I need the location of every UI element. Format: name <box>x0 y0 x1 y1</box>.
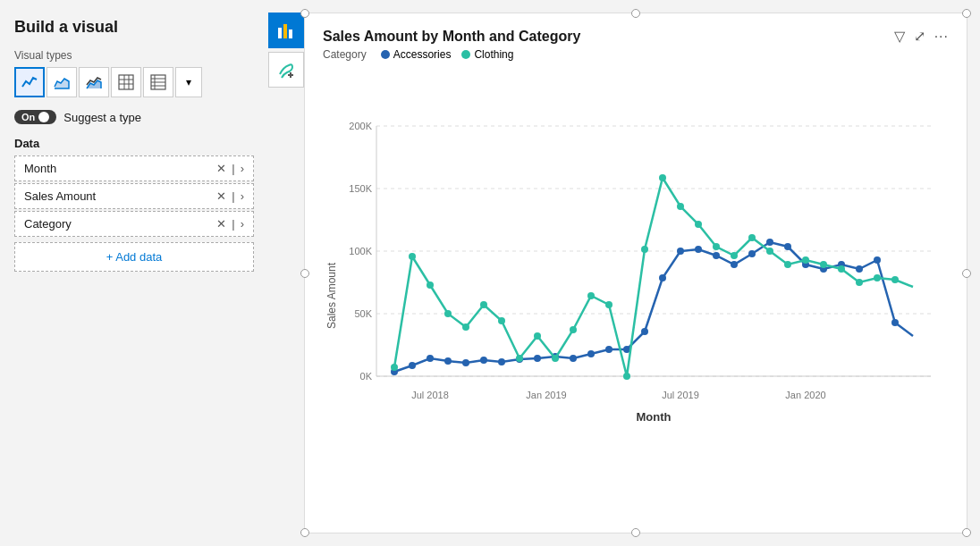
vt-more-chevron[interactable]: ▾ <box>175 67 202 97</box>
svg-point-71 <box>570 326 577 333</box>
svg-point-70 <box>552 355 559 362</box>
legend-category-label: Category <box>323 48 367 61</box>
resize-handle-bl[interactable] <box>300 528 309 537</box>
expand-icon[interactable]: ⤢ <box>914 28 925 45</box>
chart-header: Sales Amount by Month and Category ▽ ⤢ ·… <box>323 28 949 45</box>
svg-point-59 <box>874 256 881 264</box>
remove-month-icon[interactable]: ✕ <box>216 162 226 175</box>
svg-point-82 <box>766 248 773 255</box>
svg-point-66 <box>480 301 487 308</box>
svg-text:150K: 150K <box>349 183 372 194</box>
remove-sales-icon[interactable]: ✕ <box>216 189 226 203</box>
resize-handle-tr[interactable] <box>962 9 971 18</box>
field-category[interactable]: Category ✕ | › <box>14 211 254 237</box>
accessories-dot <box>381 50 390 59</box>
svg-text:200K: 200K <box>349 121 372 131</box>
svg-point-35 <box>444 357 452 365</box>
visual-types-label: Visual types <box>14 49 254 62</box>
svg-point-84 <box>802 256 809 264</box>
svg-point-72 <box>587 292 595 299</box>
legend-row: Category Accessories Clothing <box>323 48 949 61</box>
svg-point-86 <box>838 265 845 273</box>
expand-sales-icon[interactable]: › <box>241 189 244 203</box>
expand-month-icon[interactable]: › <box>241 162 244 175</box>
resize-handle-ml[interactable] <box>300 269 309 278</box>
resize-handle-tc[interactable] <box>631 9 640 18</box>
suggest-toggle[interactable]: On <box>14 110 56 124</box>
field-category-actions: ✕ | › <box>216 217 244 231</box>
accessories-line <box>394 242 913 372</box>
vt-line-chart[interactable] <box>14 67 45 97</box>
panel-title: Build a visual <box>14 18 254 37</box>
svg-point-42 <box>570 355 577 362</box>
filter-icon[interactable]: ▽ <box>894 28 905 45</box>
svg-point-83 <box>784 261 791 268</box>
resize-handle-tl[interactable] <box>300 9 309 18</box>
chevron-down-icon: ▾ <box>186 76 191 88</box>
svg-point-88 <box>874 274 881 281</box>
svg-point-81 <box>748 234 756 241</box>
svg-point-50 <box>713 252 720 259</box>
svg-point-48 <box>677 248 684 255</box>
vt-area-chart[interactable] <box>46 67 77 97</box>
svg-point-38 <box>498 358 505 365</box>
svg-point-52 <box>748 250 756 257</box>
svg-point-37 <box>480 357 487 364</box>
add-data-button[interactable]: + Add data <box>14 242 254 272</box>
clothing-label: Clothing <box>474 48 513 61</box>
svg-point-64 <box>444 310 452 317</box>
legend-clothing: Clothing <box>461 48 513 61</box>
svg-point-54 <box>784 243 791 250</box>
svg-point-68 <box>516 355 523 362</box>
svg-point-44 <box>605 346 612 353</box>
resize-handle-mr[interactable] <box>962 269 971 278</box>
svg-text:0K: 0K <box>360 371 373 382</box>
vt-table[interactable] <box>111 67 141 97</box>
svg-point-76 <box>659 174 666 181</box>
add-visual-button[interactable] <box>268 52 304 88</box>
more-options-icon[interactable]: ··· <box>934 29 949 45</box>
chart-title: Sales Amount by Month and Category <box>323 29 580 45</box>
svg-point-73 <box>605 301 612 308</box>
vt-stacked-area[interactable] <box>79 67 109 97</box>
suggest-label: Suggest a type <box>63 111 141 124</box>
bar-chart-icon <box>276 21 296 40</box>
svg-point-75 <box>641 246 648 253</box>
remove-category-icon[interactable]: ✕ <box>216 217 226 231</box>
svg-point-67 <box>498 317 505 324</box>
svg-rect-12 <box>289 29 292 38</box>
svg-point-80 <box>731 252 738 259</box>
accessories-label: Accessories <box>393 48 452 61</box>
data-section: Data Month ✕ | › Sales Amount ✕ | › Cate… <box>14 137 254 272</box>
resize-handle-br[interactable] <box>962 528 971 537</box>
svg-point-79 <box>713 243 720 250</box>
svg-text:100K: 100K <box>349 246 372 256</box>
expand-category-icon[interactable]: › <box>241 217 244 231</box>
svg-text:Jan 2020: Jan 2020 <box>785 390 825 400</box>
y-axis-label: Sales Amount <box>325 262 338 329</box>
svg-point-53 <box>766 239 773 246</box>
svg-text:Month: Month <box>637 410 672 424</box>
chart-type-button[interactable] <box>268 13 304 48</box>
visual-types-section: Visual types ▾ <box>14 49 254 97</box>
svg-rect-0 <box>119 75 133 89</box>
field-month[interactable]: Month ✕ | › <box>14 155 254 181</box>
chart-container: Sales Amount 200K 150K 100K 50K 0K Jul 2… <box>323 64 949 518</box>
paintbrush-plus-icon <box>276 60 296 80</box>
resize-handle-bc[interactable] <box>631 528 640 537</box>
legend-accessories: Accessories <box>381 48 452 61</box>
toggle-circle <box>38 112 49 122</box>
svg-point-43 <box>587 350 595 357</box>
separator3: | <box>232 217 234 231</box>
svg-point-46 <box>641 328 648 335</box>
field-sales-amount[interactable]: Sales Amount ✕ | › <box>14 183 254 209</box>
svg-rect-11 <box>283 24 287 38</box>
svg-point-58 <box>856 265 863 273</box>
svg-point-49 <box>695 246 702 253</box>
svg-point-33 <box>409 362 416 369</box>
vt-matrix[interactable] <box>143 67 173 97</box>
field-sales-amount-name: Sales Amount <box>24 189 96 203</box>
svg-point-69 <box>534 332 541 340</box>
svg-point-87 <box>856 279 863 286</box>
svg-point-78 <box>695 221 702 228</box>
